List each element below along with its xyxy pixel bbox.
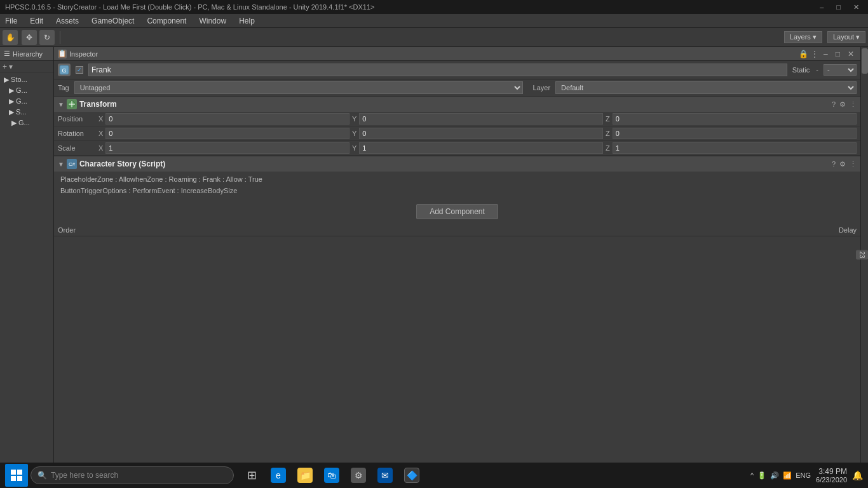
- position-label: Position: [58, 115, 96, 123]
- add-component-button[interactable]: Add Component: [416, 204, 498, 219]
- menu-help[interactable]: Help: [236, 15, 257, 27]
- notification-icon[interactable]: 🔔: [852, 470, 863, 480]
- toolbar: ✋ ✥ ↻ Layers ▾ Layout ▾: [0, 28, 868, 47]
- character-story-help-btn[interactable]: ?: [832, 160, 836, 168]
- rotation-label: Rotation: [58, 130, 96, 137]
- network-icon[interactable]: 📶: [783, 471, 792, 480]
- position-y-pair: Y: [352, 113, 603, 125]
- maximize-btn[interactable]: □: [832, 3, 844, 11]
- tag-dropdown[interactable]: Untagged: [74, 81, 523, 94]
- position-x-input[interactable]: [105, 113, 349, 125]
- title-bar-controls[interactable]: – □ ✕: [816, 3, 863, 11]
- scale-z-input[interactable]: [613, 142, 857, 154]
- taskbar-app-explorer[interactable]: 📁: [292, 463, 318, 488]
- position-x-pair: X: [98, 113, 349, 125]
- position-y-input[interactable]: [359, 113, 603, 125]
- rotation-x-pair: X: [98, 128, 349, 139]
- menu-assets[interactable]: Assets: [53, 15, 81, 27]
- inspector-close-btn[interactable]: ✕: [845, 50, 857, 58]
- rotate-tool[interactable]: ↻: [39, 30, 55, 45]
- position-z-input[interactable]: [613, 113, 857, 125]
- menu-window[interactable]: Window: [196, 15, 229, 27]
- rotation-z-input[interactable]: [613, 128, 857, 139]
- taskbar-app-unity[interactable]: 🔷: [399, 463, 424, 488]
- taskbar-app-task-view[interactable]: ⊞: [239, 463, 264, 488]
- move-tool[interactable]: ✥: [22, 30, 37, 45]
- transform-help-btn[interactable]: ?: [832, 100, 836, 109]
- systray-chevron[interactable]: ^: [750, 471, 754, 479]
- inspector-tab[interactable]: 📋 Inspector: [58, 50, 98, 58]
- character-story-header[interactable]: ▼ C# Character Story (Script) ? ⚙ ⋮: [54, 156, 860, 172]
- character-story-section: ▼ C# Character Story (Script) ? ⚙ ⋮ Plac…: [54, 156, 860, 236]
- inspector-lock-icon[interactable]: 🔒: [799, 50, 808, 58]
- menu-component[interactable]: Component: [144, 15, 189, 27]
- clock-date: 6/23/2020: [816, 476, 847, 484]
- menu-edit[interactable]: Edit: [27, 15, 46, 27]
- hierarchy-panel: ☰ Hierarchy + ▾ ▶ Sto... ▶ G... ▶ G... ▶…: [0, 47, 54, 463]
- taskbar-apps: ⊞ e 📁 🛍 ⚙ ✉ 🔷: [239, 463, 424, 488]
- inspector-scrollbar[interactable]: 23: [860, 47, 868, 463]
- taskbar-app-mail[interactable]: ✉: [372, 463, 398, 488]
- inspector-menu-icon[interactable]: ⋮: [811, 50, 818, 58]
- scale-y-axis: Y: [352, 144, 356, 152]
- taskbar-app-edge[interactable]: e: [266, 463, 291, 488]
- hierarchy-add-btn[interactable]: + ▾: [3, 62, 13, 71]
- script-info: PlaceholderZone : AllowhenZone : Roaming…: [54, 172, 860, 199]
- inspector-maximize-btn[interactable]: □: [833, 50, 843, 58]
- menu-file[interactable]: File: [3, 15, 20, 27]
- hierarchy-item-3[interactable]: ▶ S...: [1, 107, 52, 118]
- order-label: Order: [58, 226, 76, 234]
- hand-tool[interactable]: ✋: [3, 30, 18, 45]
- transform-menu-btn[interactable]: ⋮: [850, 100, 857, 109]
- hierarchy-item-2[interactable]: ▶ G...: [1, 96, 52, 107]
- layer-dropdown[interactable]: Default: [555, 81, 857, 94]
- rotation-x-axis: X: [98, 130, 103, 137]
- scrollbar-thumb[interactable]: [862, 48, 868, 74]
- static-dropdown[interactable]: - Static: [824, 64, 857, 76]
- transform-header[interactable]: ▼ Transform ? ⚙ ⋮: [54, 97, 860, 112]
- object-name-field[interactable]: [88, 64, 787, 76]
- character-story-settings-btn[interactable]: ⚙: [839, 160, 846, 168]
- hierarchy-item-4[interactable]: ▶ G...: [1, 118, 52, 128]
- language-label[interactable]: ENG: [796, 471, 811, 479]
- scale-y-input[interactable]: [359, 142, 603, 154]
- main-layout: ☰ Hierarchy + ▾ ▶ Sto... ▶ G... ▶ G... ▶…: [0, 47, 868, 463]
- minimize-btn[interactable]: –: [816, 3, 827, 11]
- search-box[interactable]: 🔍 Type here to search: [31, 466, 234, 484]
- rotation-y-axis: Y: [352, 130, 356, 137]
- menu-gameobject[interactable]: GameObject: [89, 15, 137, 27]
- hierarchy-item-0[interactable]: ▶ Sto...: [1, 74, 52, 85]
- start-button[interactable]: [5, 464, 28, 487]
- transform-arrow: ▼: [58, 101, 64, 108]
- tag-label: Tag: [58, 84, 69, 92]
- transform-settings-btn[interactable]: ⚙: [839, 100, 846, 109]
- position-x-axis: X: [98, 115, 103, 123]
- scale-x-pair: X: [98, 142, 349, 154]
- volume-icon[interactable]: 🔊: [770, 471, 779, 480]
- scale-label: Scale: [58, 144, 96, 152]
- inspector-content: G ✓ Static - - Static Tag Untagged: [54, 61, 860, 463]
- inspector-tab-bar: 📋 Inspector 🔒 ⋮ – □ ✕: [54, 47, 860, 61]
- rotation-xyz: X Y Z: [98, 128, 857, 139]
- add-component-container: Add Component: [54, 199, 860, 224]
- layout-dropdown[interactable]: Layout ▾: [827, 31, 865, 43]
- hierarchy-content: ▶ Sto... ▶ G... ▶ G... ▶ S... ▶ G...: [0, 73, 53, 463]
- taskbar-app-settings[interactable]: ⚙: [346, 463, 371, 488]
- title-bar: HPCSC.0.16.5 - StoryCreator - Load Me Fi…: [0, 0, 868, 14]
- inspector-minimize-btn[interactable]: –: [821, 50, 831, 58]
- scale-row: Scale X Y Z: [54, 141, 860, 156]
- layers-dropdown[interactable]: Layers ▾: [784, 31, 822, 43]
- rotation-x-input[interactable]: [105, 128, 349, 139]
- scale-z-axis: Z: [606, 144, 610, 152]
- character-story-menu-btn[interactable]: ⋮: [850, 160, 857, 168]
- object-header: G ✓ Static - - Static: [54, 61, 860, 79]
- toolbar-divider: [60, 31, 60, 44]
- scale-x-input[interactable]: [105, 142, 349, 154]
- taskbar-app-store[interactable]: 🛍: [319, 463, 344, 488]
- clock[interactable]: 3:49 PM 6/23/2020: [816, 467, 847, 484]
- close-btn[interactable]: ✕: [850, 3, 863, 11]
- object-enabled-checkbox[interactable]: ✓: [76, 66, 83, 74]
- hierarchy-item-1[interactable]: ▶ G...: [1, 85, 52, 96]
- svg-rect-10: [17, 476, 22, 481]
- rotation-y-input[interactable]: [359, 128, 603, 139]
